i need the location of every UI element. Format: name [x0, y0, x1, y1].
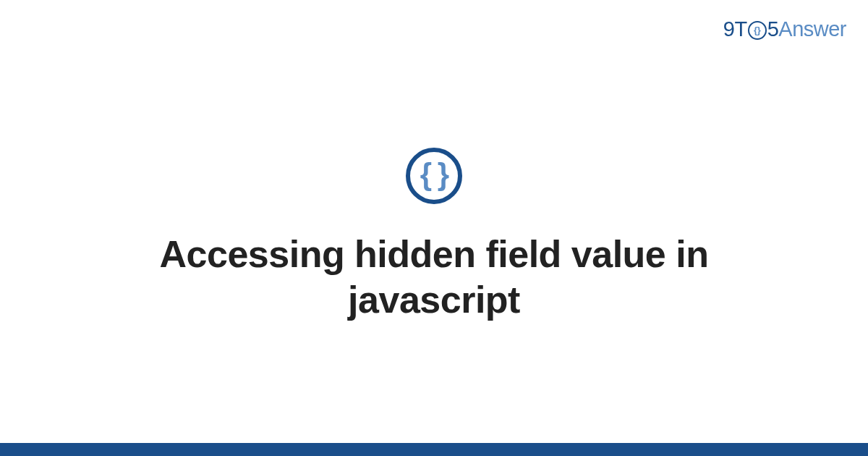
page-title: Accessing hidden field value in javascri… — [109, 232, 760, 324]
footer-accent-bar — [0, 443, 868, 456]
content-area: { } Accessing hidden field value in java… — [0, 0, 868, 456]
code-braces-icon: { } — [406, 148, 462, 204]
braces-glyph: { } — [420, 159, 448, 190]
